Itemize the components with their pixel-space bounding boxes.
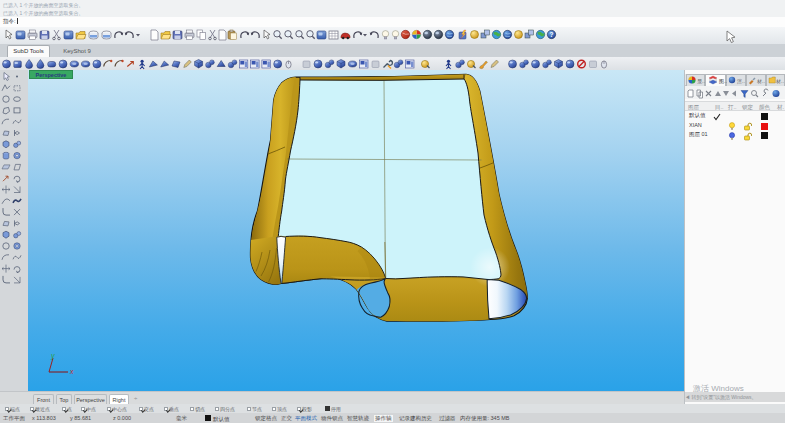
svg-text:材..: 材.. bbox=[756, 78, 765, 85]
svg-text:显..: 显.. bbox=[697, 78, 705, 84]
svg-text:材..: 材.. bbox=[775, 78, 784, 85]
svg-text:图..: 图.. bbox=[719, 78, 727, 85]
svg-text:?: ? bbox=[550, 31, 554, 38]
svg-text:x: x bbox=[69, 368, 74, 375]
svg-text:y: y bbox=[50, 353, 55, 360]
svg-text:渲..: 渲.. bbox=[737, 78, 745, 85]
